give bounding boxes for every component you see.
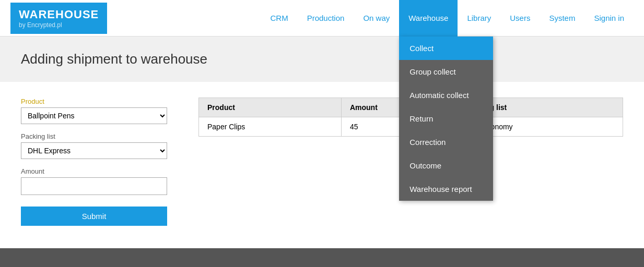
dropdown-warehouse-report[interactable]: Warehouse report bbox=[399, 177, 493, 201]
amount-label: Amount bbox=[21, 167, 167, 175]
header: WAREHOUSE by Encrypted.pl CRM Production… bbox=[0, 0, 644, 37]
product-select[interactable]: Ballpoint Pens Paper Clips Staples bbox=[21, 107, 167, 124]
cell-product: Paper Clips bbox=[199, 117, 342, 137]
logo: WAREHOUSE by Encrypted.pl bbox=[10, 3, 107, 34]
nav-warehouse[interactable]: Warehouse Collect Group collect Automati… bbox=[399, 0, 458, 37]
main-nav: CRM Production On way Warehouse Collect … bbox=[128, 0, 634, 37]
packing-label: Packing list bbox=[21, 132, 167, 140]
page-title-bar: Adding shipment to warehouse bbox=[0, 37, 644, 82]
logo-title: WAREHOUSE bbox=[19, 8, 99, 21]
amount-input[interactable] bbox=[21, 177, 167, 195]
amount-group: Amount bbox=[21, 167, 167, 195]
logo-subtitle: by Encrypted.pl bbox=[19, 21, 99, 29]
col-product: Product bbox=[199, 98, 342, 117]
dropdown-return[interactable]: Return bbox=[399, 107, 493, 130]
product-group: Product Ballpoint Pens Paper Clips Stapl… bbox=[21, 98, 167, 124]
nav-users[interactable]: Users bbox=[500, 0, 540, 37]
content-area: Product Ballpoint Pens Paper Clips Stapl… bbox=[0, 82, 644, 241]
nav-library[interactable]: Library bbox=[458, 0, 500, 37]
form-section: Product Ballpoint Pens Paper Clips Stapl… bbox=[21, 98, 167, 226]
dropdown-automatic-collect[interactable]: Automatic collect bbox=[399, 83, 493, 107]
dropdown-collect[interactable]: Collect bbox=[399, 37, 493, 60]
warehouse-dropdown: Collect Group collect Automatic collect … bbox=[399, 37, 493, 201]
product-label: Product bbox=[21, 98, 167, 105]
nav-system[interactable]: System bbox=[540, 0, 584, 37]
nav-production[interactable]: Production bbox=[298, 0, 354, 37]
nav-crm[interactable]: CRM bbox=[261, 0, 298, 37]
dropdown-group-collect[interactable]: Group collect bbox=[399, 60, 493, 83]
packing-select[interactable]: DHL Express TNT Economy UPS Standard bbox=[21, 142, 167, 159]
dropdown-correction[interactable]: Correction bbox=[399, 130, 493, 154]
submit-button[interactable]: Submit bbox=[21, 207, 167, 226]
nav-signin[interactable]: Signin in bbox=[584, 0, 634, 37]
nav-on-way[interactable]: On way bbox=[354, 0, 399, 37]
packing-group: Packing list DHL Express TNT Economy UPS… bbox=[21, 132, 167, 159]
dropdown-outcome[interactable]: Outcome bbox=[399, 154, 493, 177]
page-title: Adding shipment to warehouse bbox=[21, 51, 623, 67]
